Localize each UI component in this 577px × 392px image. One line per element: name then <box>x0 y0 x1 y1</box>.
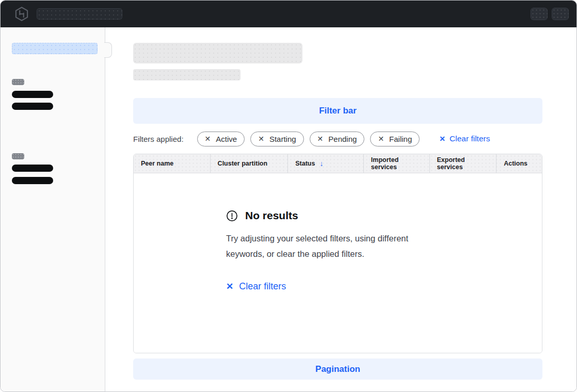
column-header-cluster-partition[interactable]: Cluster partition <box>211 154 288 173</box>
sidebar-toggle-handle[interactable] <box>104 42 112 58</box>
chip-dismiss-icon[interactable]: ✕ <box>258 135 264 142</box>
peers-table: Peer name Cluster partition Status ↓ Imp… <box>133 154 542 353</box>
empty-state-clear-filters-link[interactable]: ✕ Clear filters <box>226 281 286 292</box>
pagination-label: Pagination <box>315 364 360 374</box>
filter-chip-active[interactable]: ✕ Active <box>197 132 245 146</box>
empty-state-header: No results <box>226 209 542 222</box>
chip-label: Failing <box>389 135 412 143</box>
chip-label: Active <box>216 135 237 143</box>
clear-filters-label: Clear filters <box>239 281 286 292</box>
pagination-placeholder: Pagination <box>133 358 542 380</box>
filter-chip-failing[interactable]: ✕ Failing <box>370 132 420 146</box>
sidebar <box>1 27 105 391</box>
chip-dismiss-icon[interactable]: ✕ <box>317 135 324 142</box>
table-body-empty-state: No results Try adjusting your selected f… <box>134 173 542 353</box>
navbar-action-placeholder-2[interactable] <box>552 8 569 20</box>
navbar-actions <box>531 8 569 20</box>
chip-label: Pending <box>328 135 357 143</box>
chip-label: Starting <box>269 135 296 143</box>
clear-filters-link[interactable]: ✕ Clear filters <box>439 134 490 143</box>
clear-filters-icon: ✕ <box>226 282 233 291</box>
navbar-search-placeholder[interactable] <box>37 8 122 20</box>
filter-bar-placeholder: Filter bar <box>133 98 542 124</box>
column-header-peer-name[interactable]: Peer name <box>134 154 211 173</box>
column-header-exported-services[interactable]: Exported services <box>430 154 497 173</box>
sidebar-section-label-skeleton <box>12 153 24 159</box>
sidebar-nav-item-skeleton[interactable] <box>12 91 53 98</box>
lower-area: Filter bar Filters applied: ✕ Active ✕ S… <box>1 27 576 391</box>
page-title-skeleton <box>133 43 302 63</box>
filters-applied-label: Filters applied: <box>133 135 184 143</box>
filter-bar-label: Filter bar <box>319 106 357 116</box>
table-header-row: Peer name Cluster partition Status ↓ Imp… <box>134 154 542 173</box>
hashicorp-logo-icon <box>14 6 29 22</box>
column-header-imported-services[interactable]: Imported services <box>364 154 430 173</box>
clear-filters-icon: ✕ <box>439 135 445 142</box>
chip-dismiss-icon[interactable]: ✕ <box>205 135 211 142</box>
sidebar-nav-item-skeleton[interactable] <box>12 177 53 184</box>
clear-filters-label: Clear filters <box>450 134 490 143</box>
sort-descending-icon[interactable]: ↓ <box>319 159 323 168</box>
empty-state-title: No results <box>245 209 298 222</box>
app-window: Filter bar Filters applied: ✕ Active ✕ S… <box>0 0 577 392</box>
alert-circle-icon <box>226 210 238 222</box>
column-header-actions: Actions <box>496 154 542 173</box>
filter-chip-pending[interactable]: ✕ Pending <box>310 132 365 146</box>
page-subtitle-skeleton <box>133 69 241 80</box>
main-content: Filter bar Filters applied: ✕ Active ✕ S… <box>105 27 576 391</box>
chip-dismiss-icon[interactable]: ✕ <box>378 135 384 142</box>
sidebar-nav-item-skeleton[interactable] <box>12 103 53 110</box>
column-header-status[interactable]: Status ↓ <box>288 154 364 173</box>
sidebar-section-label-skeleton <box>12 79 24 85</box>
navbar-action-placeholder-1[interactable] <box>531 8 548 20</box>
sidebar-selected-item[interactable] <box>12 43 98 54</box>
filters-applied-row: Filters applied: ✕ Active ✕ Starting ✕ P… <box>133 131 542 146</box>
empty-state-description: Try adjusting your selected filters, usi… <box>226 231 441 262</box>
filter-chip-starting[interactable]: ✕ Starting <box>250 132 303 146</box>
top-navbar <box>1 1 576 27</box>
sidebar-nav-item-skeleton[interactable] <box>12 165 53 172</box>
